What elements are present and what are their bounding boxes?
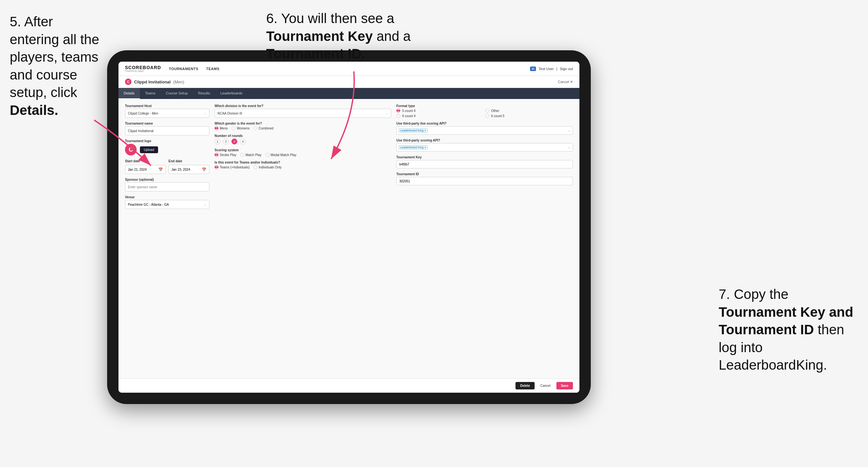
third-party-1-group: Use third-party live scoring API? Leader… — [396, 122, 573, 135]
logo-section: C Upload — [125, 144, 209, 155]
brand-title: SCOREBOARD — [125, 65, 161, 70]
rounds-1[interactable]: 1 — [215, 138, 220, 145]
scoring-stroke-play[interactable]: Stroke Play — [215, 153, 236, 157]
gender-combined-radio[interactable] — [253, 126, 257, 130]
division-label: Which division is the event for? — [215, 104, 391, 108]
format-6c4-radio[interactable] — [396, 114, 400, 118]
format-radio-group: 5 count 4 Other 6 count 4 — [396, 109, 573, 118]
tab-leaderboards[interactable]: Leaderboards — [215, 88, 248, 99]
rounds-4-circle[interactable]: 4 — [240, 138, 246, 145]
rounds-4[interactable]: 4 — [240, 138, 246, 145]
third-party-1-clear[interactable]: ⌄ — [568, 129, 571, 132]
format-5c4-radio[interactable] — [396, 109, 400, 113]
teams-radio[interactable] — [215, 165, 218, 169]
format-5count4[interactable]: 5 count 4 — [396, 109, 484, 113]
division-input[interactable]: NCAA Division III ⌄ — [215, 109, 391, 118]
individuals-radio[interactable] — [253, 165, 257, 169]
teams-with-individuals[interactable]: Teams (+Individuals) — [215, 165, 250, 169]
logo-preview: C — [125, 144, 137, 155]
scoring-medal-match[interactable]: Medal Match Play — [266, 153, 297, 157]
rounds-2[interactable]: 2 — [223, 138, 229, 145]
start-calendar-icon: 📅 — [158, 167, 163, 172]
format-6c5-radio[interactable] — [485, 114, 489, 118]
rounds-field-group: Number of rounds 1 2 3 — [215, 134, 391, 145]
cancel-button[interactable]: Cancel ✕ — [558, 80, 573, 84]
gender-mens[interactable]: Mens — [215, 126, 227, 130]
annotation-left: 5. After entering all the players, teams… — [10, 13, 101, 119]
tournament-key-value: b4f6b7 — [396, 160, 573, 168]
delete-button[interactable]: Delete — [516, 382, 534, 390]
tab-results[interactable]: Results — [193, 88, 215, 99]
third-party-1-input[interactable]: Leaderboard King × ⌄ — [396, 126, 573, 135]
sponsor-field-group: Sponsor (optional) — [125, 178, 209, 191]
gender-field-group: Which gender is the event for? Mens Wome… — [215, 122, 391, 130]
end-calendar-icon: 📅 — [202, 167, 207, 172]
save-button[interactable]: Save — [556, 382, 573, 390]
form-footer: Delete Cancel Save — [119, 378, 580, 393]
format-other[interactable]: Other — [485, 109, 573, 113]
annotation-bottom-right: 7. Copy the Tournament Key and Tournamen… — [719, 286, 855, 374]
format-5c4-label: 5 count 4 — [402, 109, 415, 113]
scoring-stroke-radio[interactable] — [215, 153, 218, 157]
scoring-medal-radio[interactable] — [266, 153, 270, 157]
sign-out-link[interactable]: Sign out — [560, 67, 573, 71]
name-label: Tournament name — [125, 122, 209, 125]
gender-womens-radio[interactable] — [231, 126, 235, 130]
tab-teams[interactable]: Teams — [140, 88, 161, 99]
start-date-label: Start date — [125, 159, 166, 163]
rounds-3[interactable]: 3 — [231, 138, 237, 145]
third-party-2-input[interactable]: Leaderboard King × ⌄ — [396, 143, 573, 152]
gender-combined[interactable]: Combined — [253, 126, 274, 130]
scoring-match-radio[interactable] — [240, 153, 244, 157]
venue-label: Venue — [125, 195, 209, 199]
date-row: Start date Jan 21, 2024 📅 End date Jan 2… — [125, 159, 209, 174]
format-6count5[interactable]: 6 count 5 — [485, 114, 573, 118]
format-6c4-label: 6 count 4 — [402, 114, 415, 118]
end-date-input[interactable]: Jan 23, 2024 📅 — [168, 165, 209, 174]
gender-womens[interactable]: Womens — [231, 126, 249, 130]
tournament-logo-c: C — [125, 79, 131, 85]
tab-details[interactable]: Details — [119, 88, 140, 99]
start-date-input[interactable]: Jan 21, 2024 📅 — [125, 165, 166, 174]
title-bar: C Clippd Invitational (Men) Cancel ✕ — [119, 76, 580, 88]
rounds-1-circle[interactable]: 1 — [215, 138, 220, 145]
name-value: Clippd Invitational — [128, 129, 154, 133]
third-party-2-tag: Leaderboard King × — [399, 145, 428, 150]
tournament-id-value: 302051 — [396, 177, 573, 185]
gender-womens-label: Womens — [237, 127, 249, 130]
tournament-name: Clippd Invitational — [134, 80, 171, 84]
nav-tournaments[interactable]: TOURNAMENTS — [169, 67, 198, 71]
end-date-field: End date Jan 23, 2024 📅 — [168, 159, 209, 174]
rounds-3-circle[interactable]: 3 — [231, 138, 237, 145]
footer-cancel-button[interactable]: Cancel — [537, 382, 554, 390]
tab-course-setup[interactable]: Course Setup — [161, 88, 193, 99]
format-other-radio[interactable] — [485, 109, 489, 113]
third-party-1-tag-x[interactable]: × — [425, 129, 426, 132]
upload-button[interactable]: Upload — [140, 146, 158, 153]
nav-teams[interactable]: TEAMS — [206, 67, 219, 71]
rounds-2-circle[interactable]: 2 — [223, 138, 229, 145]
sponsor-input[interactable] — [125, 182, 209, 191]
individuals-only[interactable]: Individuals Only — [253, 165, 282, 169]
venue-input[interactable]: Peachtree GC - Atlanta - GA ⌄ — [125, 200, 209, 209]
form-grid: Tournament Host Clippd College - Men ⌄ T… — [125, 104, 573, 209]
scoring-match-play[interactable]: Match Play — [240, 153, 261, 157]
host-input[interactable]: Clippd College - Men ⌄ — [125, 109, 209, 118]
tablet-screen: SCOREBOARD Powered by clippd TOURNAMENTS… — [119, 62, 580, 393]
name-input[interactable]: Clippd Invitational — [125, 126, 209, 135]
top-nav: SCOREBOARD Powered by clippd TOURNAMENTS… — [119, 62, 580, 76]
scoring-label: Scoring system — [215, 148, 391, 152]
form-left-column: Tournament Host Clippd College - Men ⌄ T… — [125, 104, 209, 209]
scoring-field-group: Scoring system Stroke Play Match Play — [215, 148, 391, 157]
gender-label: Which gender is the event for? — [215, 122, 391, 125]
format-6count4[interactable]: 6 count 4 — [396, 114, 484, 118]
form-right-column: Format type 5 count 4 Other — [396, 104, 573, 209]
annotation-top-text: 6. You will then see a Tournament Key an… — [266, 11, 411, 61]
gender-mens-label: Mens — [220, 127, 227, 130]
third-party-2-tag-x[interactable]: × — [425, 146, 426, 149]
form-middle-column: Which division is the event for? NCAA Di… — [215, 104, 391, 209]
annotation-left-text: 5. After entering all the players, teams… — [10, 14, 99, 118]
third-party-2-clear[interactable]: ⌄ — [568, 146, 571, 149]
gender-mens-radio[interactable] — [215, 126, 218, 130]
scoring-medal-label: Medal Match Play — [271, 153, 297, 157]
